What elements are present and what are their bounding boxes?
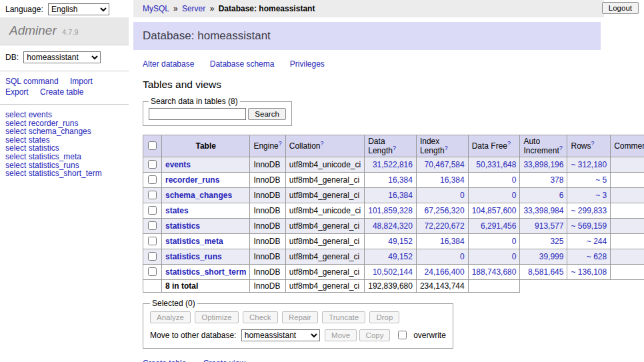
data-length-link[interactable]: 16,384 xyxy=(388,175,413,185)
row-checkbox[interactable] xyxy=(148,175,157,184)
sidebar-item-select-statistics-meta[interactable]: select statistics_meta xyxy=(0,153,129,161)
comment-cell xyxy=(611,219,644,234)
table-name-link[interactable]: statistics xyxy=(165,221,200,231)
rows-link[interactable]: ~ 628 xyxy=(587,252,607,261)
row-checkbox[interactable] xyxy=(148,160,157,169)
sidebar-link-import[interactable]: Import xyxy=(70,77,93,86)
data-free-link[interactable]: 0 xyxy=(512,252,517,261)
language-select[interactable]: English xyxy=(48,3,109,15)
row-checkbox[interactable] xyxy=(148,191,157,199)
row-checkbox[interactable] xyxy=(148,237,157,245)
help-icon[interactable]: ? xyxy=(445,145,448,151)
privileges-link[interactable]: Privileges xyxy=(290,59,325,69)
auto-increment-link[interactable]: 8,581,645 xyxy=(528,267,563,277)
data-free-link[interactable]: 0 xyxy=(512,237,517,246)
table-name-link[interactable]: recorder_runs xyxy=(165,175,219,185)
index-length-link[interactable]: 24,166,400 xyxy=(425,267,465,277)
rows-link[interactable]: ~ 3 xyxy=(595,191,607,200)
rows-link[interactable]: ~ 5 xyxy=(595,175,607,185)
data-free-link[interactable]: 104,857,600 xyxy=(472,206,517,215)
row-checkbox[interactable] xyxy=(148,267,157,276)
breadcrumb-mysql-link[interactable]: MySQL xyxy=(143,4,169,13)
db-label: DB: xyxy=(5,53,19,62)
rows-link[interactable]: ~ 569,159 xyxy=(571,221,607,231)
index-length-link[interactable]: 16,384 xyxy=(440,237,465,246)
data-length-link[interactable]: 49,152 xyxy=(388,237,413,246)
app-logo: Adminer 4.7.9 xyxy=(0,17,129,45)
sidebar-item-select-schema-changes[interactable]: select schema_changes xyxy=(0,127,129,136)
table-header-row: Table Engine? Collation? Data Length? In… xyxy=(143,135,644,157)
rows-link[interactable]: ~ 299,833 xyxy=(571,206,607,215)
auto-increment-link[interactable]: 913,577 xyxy=(535,221,563,231)
data-length-link[interactable]: 31,522,816 xyxy=(373,160,413,169)
index-length-link[interactable]: 70,467,584 xyxy=(425,160,465,169)
auto-increment-link[interactable]: 325 xyxy=(550,237,563,246)
tables-and-views-heading: Tables and views xyxy=(143,79,644,91)
search-input[interactable] xyxy=(149,108,246,120)
data-length-link[interactable]: 10,502,144 xyxy=(373,267,413,277)
index-length-link[interactable]: 72,220,672 xyxy=(425,221,465,231)
help-icon[interactable]: ? xyxy=(591,140,594,147)
row-checkbox[interactable] xyxy=(148,221,157,230)
row-checkbox[interactable] xyxy=(148,252,157,261)
db-select[interactable]: homeassistant xyxy=(23,51,101,63)
overwrite-checkbox[interactable] xyxy=(398,331,407,339)
search-button[interactable]: Search xyxy=(248,108,285,120)
index-length-link[interactable]: 0 xyxy=(460,252,465,261)
help-icon[interactable]: ? xyxy=(507,140,511,147)
collation-cell: utf8mb4_general_ci xyxy=(285,188,364,203)
sidebar-link-create-table[interactable]: Create table xyxy=(40,87,83,97)
data-free-link[interactable]: 188,743,680 xyxy=(472,267,517,277)
auto-increment-link[interactable]: 378 xyxy=(550,175,563,185)
db-selector-row: DB: homeassistant xyxy=(0,45,129,71)
column-header-index-length: Index Length? xyxy=(416,135,468,157)
tables-table: Table Engine? Collation? Data Length? In… xyxy=(143,135,644,293)
create-table-link[interactable]: Create table xyxy=(143,359,186,362)
data-length-link[interactable]: 48,824,320 xyxy=(373,221,413,231)
table-name-link[interactable]: statistics_short_term xyxy=(165,267,246,277)
sidebar-link-sql-command[interactable]: SQL command xyxy=(5,77,59,86)
table-name-link[interactable]: states xyxy=(165,206,189,215)
auto-increment-link[interactable]: 6 xyxy=(559,191,564,200)
rows-link[interactable]: ~ 244 xyxy=(587,237,607,246)
select-all-checkbox[interactable] xyxy=(148,141,157,150)
rows-link[interactable]: ~ 136,108 xyxy=(571,267,607,277)
auto-increment-link[interactable]: 33,398,984 xyxy=(523,206,563,215)
breadcrumb-server-link[interactable]: Server xyxy=(182,4,205,13)
logout-button[interactable]: Logout xyxy=(602,2,639,14)
data-free-link[interactable]: 0 xyxy=(512,191,517,200)
help-icon[interactable]: ? xyxy=(559,145,563,151)
database-schema-link[interactable]: Database schema xyxy=(210,59,275,69)
total-label: 8 in total xyxy=(162,280,250,293)
data-length-link[interactable]: 16,384 xyxy=(388,191,413,200)
move-db-select[interactable]: homeassistant xyxy=(241,329,320,341)
auto-increment-link[interactable]: 33,898,196 xyxy=(523,160,563,169)
rows-link[interactable]: ~ 312,180 xyxy=(571,160,607,169)
sidebar-item-select-statistics-short-term[interactable]: select statistics_short_term xyxy=(0,169,129,178)
data-free-link[interactable]: 0 xyxy=(512,175,517,185)
create-view-link[interactable]: Create view xyxy=(203,359,245,362)
index-length-link[interactable]: 67,256,320 xyxy=(425,206,465,215)
data-free-link[interactable]: 50,331,648 xyxy=(476,160,516,169)
row-checkbox[interactable] xyxy=(148,206,157,215)
help-icon[interactable]: ? xyxy=(320,140,323,147)
table-name-link[interactable]: statistics_meta xyxy=(165,237,223,246)
sidebar-actions: SQL command Import Export Create table xyxy=(0,71,129,105)
data-length-link[interactable]: 49,152 xyxy=(388,252,413,261)
data-free-link[interactable]: 6,291,456 xyxy=(481,221,516,231)
table-name-link[interactable]: statistics_runs xyxy=(165,252,222,261)
table-name-link[interactable]: schema_changes xyxy=(165,191,232,200)
data-length-link[interactable]: 101,859,328 xyxy=(368,206,413,215)
column-header-engine: Engine? xyxy=(250,135,285,157)
index-length-link[interactable]: 0 xyxy=(460,191,465,200)
index-length-link[interactable]: 16,384 xyxy=(440,175,465,185)
sidebar-link-export[interactable]: Export xyxy=(5,87,29,97)
help-icon[interactable]: ? xyxy=(279,140,282,147)
alter-database-link[interactable]: Alter database xyxy=(143,59,194,69)
overwrite-label[interactable]: overwrite xyxy=(413,331,446,340)
help-icon[interactable]: ? xyxy=(393,145,396,151)
sidebar-item-select-events[interactable]: select events xyxy=(0,111,129,119)
select-all-cell xyxy=(143,135,162,157)
auto-increment-link[interactable]: 39,999 xyxy=(539,252,564,261)
table-name-link[interactable]: events xyxy=(165,160,191,169)
